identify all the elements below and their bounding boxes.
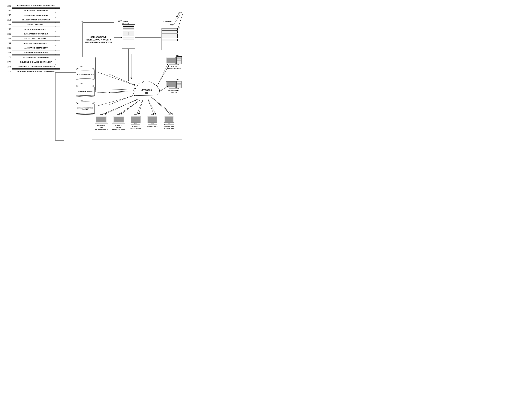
db-294-label: IP SEARCH ENGINE [78,91,93,92]
cyl-body-292: IP GOVERNING ENTITY [76,70,95,79]
mgmt-computer: 280 MANAGEMENTSYSTEM [166,79,182,94]
ref-286-num: 286 [134,114,137,116]
component-idea: IDEA COMPONENT [12,22,60,27]
db-292-container: 292 IP GOVERNING ENTITY [74,65,96,80]
ref-266: 266 [6,47,11,49]
monitor-280 [166,82,176,88]
monitor-278 [166,57,176,64]
storage-unit [161,28,178,50]
networks-label: NETWORKS [141,89,152,91]
ref-210-label: 210 [81,20,84,22]
svg-line-32 [97,91,135,93]
svg-line-10 [109,95,135,105]
mgmt-setup [166,81,182,88]
ref-252: 252 [6,14,11,16]
cloud-svg: NETWORKS 240 [131,79,161,103]
svg-line-22 [175,17,178,20]
tower-drive-1 [177,57,181,58]
external-legal-label: EXTERNALLEGALPROFESSIONALS [95,125,108,130]
business-dev-computer: 286 BUSINESSDEVELOPERS [131,114,141,130]
cyl-body-294: IP SEARCH ENGINE [76,87,95,96]
db-294: IP SEARCH ENGINE [74,85,96,97]
ref-262: 262 [6,37,11,40]
storage-label: STORAGE [163,20,172,22]
shelf-1 [162,28,178,30]
cyl-bottom-292 [76,78,95,80]
bracket-mid [55,73,64,73]
ref-278-num: 278 [176,54,179,56]
shelf-5 [162,39,178,41]
drive-4 [123,37,134,38]
screen-282 [165,117,173,122]
component-licensing: LICENSING & AGREEMENTS COMPONENT [12,65,60,69]
evaluators-label: EVALUATORS [147,126,158,128]
tower-280 [176,81,182,88]
component-permissions: PERMISSIONS & SECURITY COMPONENT [12,4,60,8]
bracket-top [55,5,64,5]
shelf-2 [162,31,178,33]
ref-250: 250 [6,9,11,12]
drive-5 [123,39,134,40]
component-workflow: WORKFLOW COMPONENT [12,9,60,12]
monitor-282 [164,116,174,123]
ref-282-num: 282 [168,114,171,116]
ref-276: 276 [6,70,11,73]
ref-230-label: 230 [170,24,173,26]
screen-284 [148,117,157,122]
base-286 [131,124,140,125]
cyl-bottom-294 [76,95,95,97]
component-messaging: MESSAGING COMPONENT [12,13,60,17]
app-label: COLLABORATIVEINTELLECTUAL PROPERTYMANAGE… [85,36,112,44]
server-indicator [128,32,129,35]
external-legal-computer: 290 EXTERNALLEGALPROFESSIONALS [95,114,108,130]
ref-274: 274 [6,65,11,68]
shelf-3 [162,34,178,36]
business-dev-label: BUSINESSDEVELOPERS [131,126,141,130]
component-research: RESEARCH COMPONENT [12,27,60,31]
svg-line-30 [97,72,135,85]
component-scheduling: SCHEDULING COMPONENT [12,41,60,45]
server-main-unit [123,31,134,36]
screen-278 [167,58,175,63]
component-classification: CLASSIFICATION COMPONENT [12,18,60,22]
component-analytics: ANALYTICS COMPONENT [12,46,60,50]
evaluators-computer: 284 EVALUATORS [147,114,158,128]
svg-line-33 [97,96,135,106]
component-recognition: RECOGNITION COMPONENT [12,55,60,59]
screen-286 [131,117,140,122]
monitor-284 [148,116,157,123]
stand-282 [168,123,170,124]
ref-258: 258 [6,28,11,30]
sysadmin-setup [166,56,182,64]
ref-248: 248 [6,5,11,7]
sysadmin-computer: 278 SYSTEMADMINISTRATORS [166,54,182,70]
base-284 [148,124,157,125]
ref-292-label: 292 [80,65,96,67]
db-296-label: LITERATURE SEARCHENGINE [77,107,93,110]
tower-drive-5 [177,83,181,83]
ref-270: 270 [6,56,11,58]
drive-1 [123,25,134,27]
patent-diagram: 248 PERMISSIONS & SECURITY COMPONENT 250… [0,0,188,146]
lightning-icon [172,13,180,20]
tower-drive-6 [177,84,181,85]
laptop-screen-290 [96,117,106,122]
internal-legal-label: INTERNALLEGALPROFESSIONALS [112,125,125,130]
tower-drive-3 [177,60,181,61]
keyboard-280 [169,88,179,89]
ref-290-num: 290 [100,114,103,116]
cyl-top-292 [76,68,95,70]
db-292-label: IP GOVERNING ENTITY [77,74,94,75]
base-282 [164,124,173,125]
component-revenue: REVENUE & BILLING COMPONENT [12,60,60,64]
laptop-290-base [95,123,108,124]
mgmt-label: MANAGEMENTSYSTEM [168,90,179,94]
shelf-4 [162,36,178,38]
ref-284-num: 284 [151,114,154,116]
innovators-computer: 282 INNOVATORS& CREATORS [164,114,174,130]
component-evaluation: EVALUATION COMPONENT [12,32,60,36]
db-292: IP GOVERNING ENTITY [74,68,96,80]
tower-drive-4 [177,81,181,82]
bracket-bottom [55,140,64,140]
component-submission: SUBMISSION COMPONENT [12,51,60,55]
